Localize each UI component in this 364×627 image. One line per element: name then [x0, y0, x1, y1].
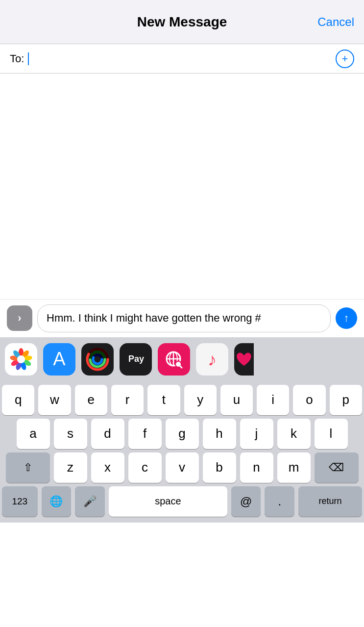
globe-key[interactable]: 🌐: [42, 486, 72, 517]
add-contact-button[interactable]: +: [336, 50, 354, 68]
key-v[interactable]: v: [166, 452, 199, 483]
mic-key[interactable]: 🎤: [75, 486, 105, 517]
key-k[interactable]: k: [277, 419, 311, 449]
key-x[interactable]: x: [91, 452, 124, 483]
svg-text:A: A: [53, 349, 66, 369]
page-title: New Message: [137, 14, 227, 30]
appstore-app-icon[interactable]: A: [43, 343, 75, 376]
key-y[interactable]: y: [184, 385, 217, 415]
keyboard: q w e r t y u i o p a s d f g h j k l ⇧ …: [0, 381, 364, 523]
keyboard-bottom-row: 123 🌐 🎤 space @ . return: [0, 483, 364, 523]
key-s[interactable]: s: [54, 419, 87, 449]
key-m[interactable]: m: [277, 452, 311, 483]
compose-area: › Hmm. I think I might have gotten the w…: [0, 299, 364, 337]
message-input[interactable]: Hmm. I think I might have gotten the wro…: [37, 304, 331, 332]
key-n[interactable]: n: [240, 452, 273, 483]
key-w[interactable]: w: [38, 385, 71, 415]
return-key[interactable]: return: [298, 486, 362, 517]
key-b[interactable]: b: [203, 452, 236, 483]
to-label: To:: [10, 52, 24, 65]
keyboard-row-1: q w e r t y u i o p: [0, 381, 364, 415]
key-i[interactable]: i: [257, 385, 289, 415]
key-l[interactable]: l: [315, 419, 348, 449]
applepay-app-icon[interactable]: Pay: [120, 343, 152, 376]
keyboard-row-2: a s d f g h j k l: [0, 415, 364, 449]
key-o[interactable]: o: [293, 385, 325, 415]
chevron-right-icon: ›: [18, 312, 21, 325]
expand-button[interactable]: ›: [7, 305, 32, 331]
app-row: A Pay: [0, 337, 364, 381]
space-key[interactable]: space: [109, 486, 227, 517]
at-key[interactable]: @: [231, 486, 261, 517]
music-app-icon[interactable]: ♪: [196, 343, 228, 376]
searchweb-app-icon[interactable]: [158, 343, 190, 376]
key-c[interactable]: c: [128, 452, 162, 483]
key-z[interactable]: z: [54, 452, 87, 483]
svg-line-24: [180, 366, 182, 368]
header: New Message Cancel: [0, 0, 364, 44]
key-g[interactable]: g: [166, 419, 199, 449]
numbers-key[interactable]: 123: [2, 486, 38, 517]
key-u[interactable]: u: [220, 385, 253, 415]
send-button[interactable]: ↑: [336, 307, 357, 329]
key-q[interactable]: q: [2, 385, 34, 415]
heartline-app-icon[interactable]: [234, 343, 254, 376]
key-h[interactable]: h: [203, 419, 236, 449]
delete-key[interactable]: ⌫: [315, 452, 359, 483]
message-area[interactable]: [0, 74, 364, 299]
activity-app-icon[interactable]: [81, 343, 114, 376]
send-icon: ↑: [344, 312, 349, 325]
dot-key[interactable]: .: [265, 486, 294, 517]
shift-key[interactable]: ⇧: [6, 452, 50, 483]
key-t[interactable]: t: [147, 385, 180, 415]
key-f[interactable]: f: [128, 419, 162, 449]
to-field-row[interactable]: To: +: [0, 44, 364, 74]
key-r[interactable]: r: [111, 385, 144, 415]
photos-app-icon[interactable]: [5, 343, 37, 376]
key-a[interactable]: a: [17, 419, 50, 449]
keyboard-row-3: ⇧ z x c v b n m ⌫: [0, 449, 364, 483]
cancel-button[interactable]: Cancel: [317, 15, 354, 29]
key-p[interactable]: p: [330, 385, 362, 415]
svg-point-10: [17, 355, 25, 363]
key-e[interactable]: e: [75, 385, 107, 415]
key-j[interactable]: j: [240, 419, 273, 449]
text-cursor: [28, 52, 29, 65]
svg-text:♪: ♪: [208, 350, 217, 370]
key-d[interactable]: d: [91, 419, 124, 449]
